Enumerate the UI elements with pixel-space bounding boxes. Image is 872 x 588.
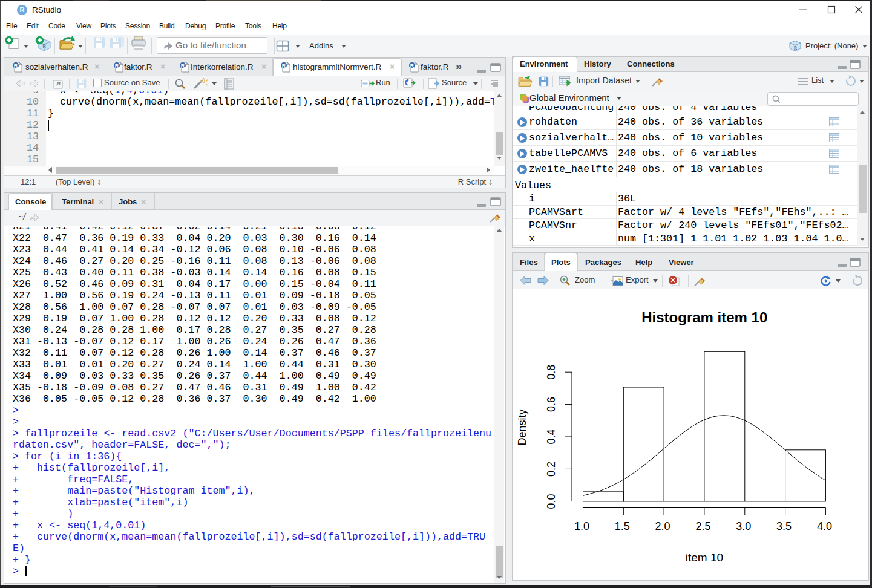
svg-text:R: R [282,63,286,69]
svg-text:3.0: 3.0 [736,520,751,532]
svg-text:4.0: 4.0 [817,520,832,532]
svg-text:0.0: 0.0 [545,494,557,509]
svg-text:R: R [115,63,119,69]
svg-text:2.0: 2.0 [655,520,670,532]
svg-text:item 10: item 10 [686,551,723,564]
svg-text:R: R [794,45,798,51]
svg-text:R: R [42,43,47,50]
svg-text:0.4: 0.4 [545,429,557,444]
svg-text:Histogram item 10: Histogram item 10 [641,309,767,325]
svg-text:R: R [410,63,415,69]
svg-text:0.2: 0.2 [545,462,557,477]
svg-text:R: R [181,63,185,69]
svg-text:1.0: 1.0 [574,520,589,532]
svg-text:1.5: 1.5 [615,520,630,532]
svg-text:Density: Density [516,409,528,445]
svg-text:R: R [14,63,18,69]
svg-text:0.8: 0.8 [545,365,557,380]
svg-text:0.6: 0.6 [545,397,557,412]
svg-text:3.5: 3.5 [776,520,792,532]
svg-text:2.5: 2.5 [695,520,710,532]
